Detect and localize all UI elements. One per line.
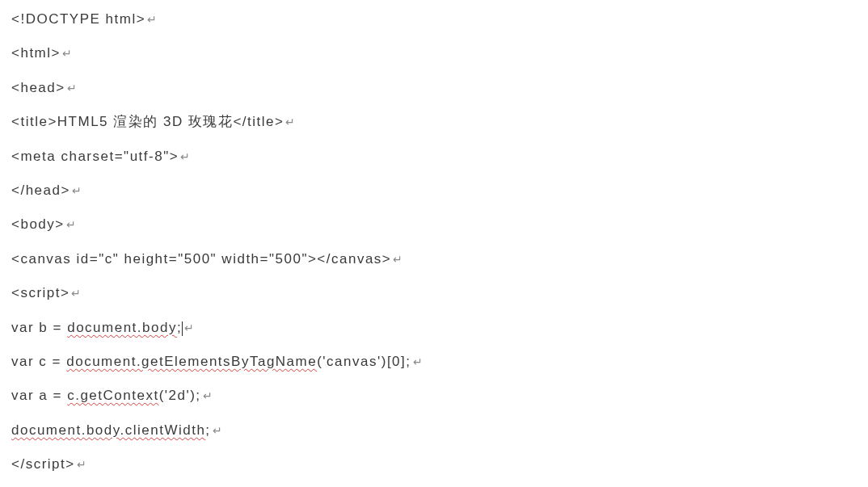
code-text: ('canvas')[0]; — [317, 354, 411, 369]
pilcrow-icon: ↵ — [203, 389, 213, 402]
code-line[interactable]: <html>↵ — [11, 45, 857, 61]
code-text: ('2d'); — [159, 388, 201, 403]
pilcrow-icon: ↵ — [66, 218, 76, 231]
pilcrow-icon: ↵ — [77, 458, 86, 471]
code-text: <body> — [11, 216, 65, 232]
code-text: </head> — [11, 183, 70, 198]
code-line[interactable]: var b = document.body;↵ — [11, 320, 857, 336]
code-text: <meta charset="utf-8"> — [11, 149, 179, 164]
code-text: var b = — [11, 320, 67, 335]
code-text: <head> — [11, 80, 65, 95]
pilcrow-icon: ↵ — [184, 321, 194, 334]
pilcrow-icon: ↵ — [71, 287, 81, 300]
spellcheck-squiggle: document.getElementsByTagName — [66, 354, 317, 369]
code-text: var c = — [11, 354, 66, 369]
code-line[interactable]: document.body.clientWidth;↵ — [11, 422, 857, 439]
code-text: ; — [205, 422, 210, 438]
pilcrow-icon: ↵ — [213, 424, 222, 437]
code-text: var a = — [11, 388, 67, 403]
code-line[interactable]: <title>HTML5 渲染的 3D 玫瑰花</title>↵ — [11, 114, 857, 130]
code-line[interactable]: var c = document.getElementsByTagName('c… — [11, 354, 857, 370]
code-line[interactable]: </script>↵ — [11, 456, 857, 472]
code-text: <title>HTML5 渲染的 3D 玫瑰花</title> — [11, 114, 284, 129]
code-line[interactable]: <script>↵ — [11, 285, 857, 301]
spellcheck-squiggle: document.body — [67, 320, 177, 335]
code-text: </script> — [11, 456, 75, 472]
code-text: <html> — [11, 45, 61, 61]
code-line[interactable]: <meta charset="utf-8">↵ — [11, 149, 857, 165]
pilcrow-icon: ↵ — [67, 82, 77, 94]
code-text: <canvas id="c" height="500" width="500">… — [11, 251, 391, 267]
code-line[interactable]: <head>↵ — [11, 80, 857, 96]
code-text: <script> — [11, 285, 70, 300]
pilcrow-icon: ↵ — [62, 47, 72, 60]
code-line[interactable]: <canvas id="c" height="500" width="500">… — [11, 251, 857, 267]
spellcheck-squiggle: c.getContext — [67, 388, 158, 403]
pilcrow-icon: ↵ — [413, 355, 423, 368]
code-line[interactable]: var a = c.getContext('2d');↵ — [11, 388, 857, 404]
pilcrow-icon: ↵ — [180, 150, 190, 163]
code-line[interactable]: <!DOCTYPE html>↵ — [11, 11, 857, 27]
text-cursor — [182, 321, 183, 336]
pilcrow-icon: ↵ — [72, 184, 82, 197]
code-text: <!DOCTYPE html> — [11, 11, 145, 27]
pilcrow-icon: ↵ — [393, 253, 402, 266]
pilcrow-icon: ↵ — [147, 13, 157, 26]
spellcheck-squiggle: document.body.clientWidth — [11, 422, 205, 438]
pilcrow-icon: ↵ — [285, 115, 295, 128]
code-line[interactable]: <body>↵ — [11, 216, 857, 233]
code-line[interactable]: </head>↵ — [11, 183, 857, 199]
